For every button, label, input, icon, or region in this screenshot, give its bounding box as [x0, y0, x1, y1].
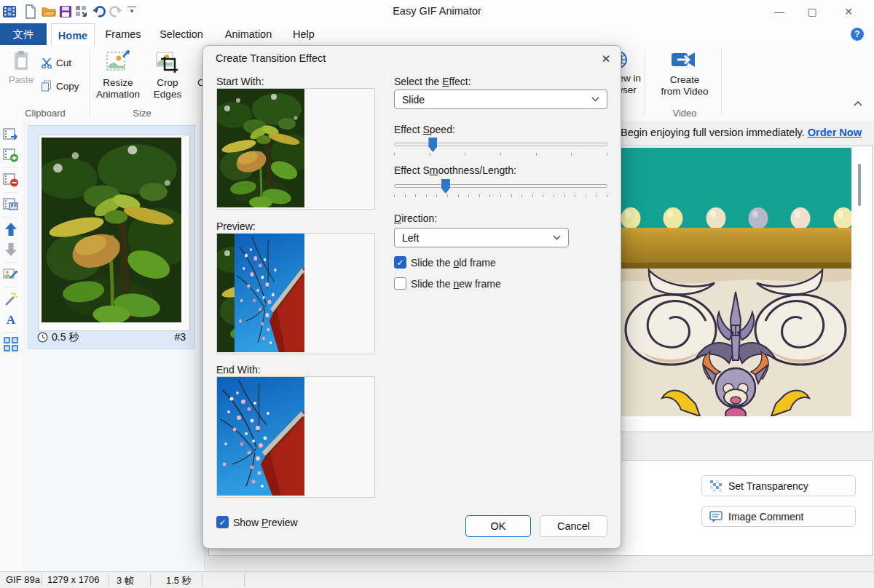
copy-icon [41, 80, 52, 92]
check-icon: ✓ [396, 258, 403, 268]
extract-frame-icon[interactable] [3, 127, 19, 143]
image-comment-button[interactable]: Image Comment [701, 506, 856, 527]
show-preview-label: Show Preview [233, 517, 298, 528]
preview-label: Preview: [216, 220, 256, 232]
help-icon[interactable]: ? [851, 28, 864, 41]
status-format: GIF 89a [6, 574, 40, 585]
ribbon-tab-row: 文件 Home Frames Selection Animation Help [0, 23, 874, 46]
collapse-ribbon-icon[interactable] [854, 100, 862, 106]
comment-icon [709, 510, 723, 523]
preview-image [620, 148, 851, 416]
maximize-button[interactable]: ▢ [800, 3, 824, 20]
tab-animation[interactable]: Animation [220, 23, 277, 45]
svg-text:A: A [7, 313, 16, 327]
frame-duration: 0.5 秒 [52, 331, 79, 344]
status-bar: GIF 89a 1279 x 1706 3 帧 1.5 秒 [0, 571, 874, 588]
create-transition-dialog: Create Transition Effect ✕ Start With: P… [202, 45, 621, 549]
effect-label: Select the Effect: [394, 76, 471, 87]
transparency-icon [709, 480, 723, 493]
tab-file[interactable]: 文件 [0, 23, 47, 45]
status-dimensions: 1279 x 1706 [47, 574, 100, 585]
window-title: Easy GIF Animator [0, 5, 874, 17]
effect-value: Slide [402, 94, 425, 106]
dialog-close-icon[interactable]: ✕ [597, 51, 615, 67]
slide-new-frame-checkbox[interactable] [394, 277, 406, 290]
ok-button[interactable]: OK [465, 515, 531, 537]
tab-selection[interactable]: Selection [154, 23, 208, 45]
cut-button[interactable]: Cut [41, 57, 71, 68]
end-with-label: End With: [216, 364, 261, 376]
tab-home[interactable]: Home [51, 23, 95, 47]
title-bar: ▾ Easy GIF Animator — ▢ ✕ [0, 0, 874, 23]
check-icon: ✓ [219, 517, 226, 528]
dialog-title: Create Transition Effect [216, 52, 326, 64]
effect-dropdown[interactable]: Slide [394, 90, 607, 109]
direction-label: Direction: [394, 212, 437, 224]
tab-help[interactable]: Help [286, 23, 322, 45]
frame-number: #3 [174, 331, 186, 343]
effect-smoothness-ticks [394, 194, 607, 197]
frame-thumbnail[interactable] [39, 135, 190, 331]
crop-edges-icon [155, 49, 180, 74]
delete-frame-icon[interactable] [3, 172, 19, 188]
video-camera-icon [671, 49, 698, 71]
tab-frames[interactable]: Frames [101, 23, 146, 45]
status-duration: 1.5 秒 [166, 574, 192, 587]
set-transparency-button[interactable]: Set Transparency [701, 475, 856, 496]
manage-frames-icon[interactable] [3, 336, 19, 352]
banner-text: Begin enjoying full version immediately. [621, 127, 805, 138]
video-group-label: Video [652, 108, 717, 119]
order-now-link[interactable]: Order Now [808, 127, 862, 138]
show-preview-checkbox[interactable]: ✓ [216, 516, 229, 528]
preview-thumbnail [216, 233, 375, 354]
copy-button[interactable]: Copy [41, 80, 79, 92]
status-frame-count: 3 帧 [117, 574, 134, 587]
minimize-button[interactable]: — [767, 3, 792, 20]
end-with-thumbnail [216, 376, 375, 498]
start-with-thumbnail [216, 88, 375, 210]
text-tool-icon[interactable]: A [3, 311, 19, 327]
scissors-icon [41, 57, 52, 68]
frame-tools-sidebar: A [0, 121, 23, 571]
chevron-down-icon [553, 235, 561, 240]
frame-list-item-selected[interactable]: 0.5 秒 #3 [28, 125, 195, 349]
size-group-label: Size [109, 108, 175, 119]
magic-wand-icon[interactable] [3, 291, 19, 307]
clipboard-group-label: Clipboard [7, 108, 83, 119]
close-button[interactable]: ✕ [836, 3, 861, 20]
start-with-label: Start With: [216, 76, 264, 87]
duplicate-frame-icon[interactable] [3, 196, 19, 212]
effect-speed-label: Effect Speed: [394, 124, 455, 135]
resize-animation-icon [106, 49, 130, 74]
vertical-scrollbar[interactable] [858, 164, 861, 206]
chevron-down-icon [591, 97, 599, 102]
slide-old-frame-checkbox[interactable]: ✓ [394, 256, 406, 269]
effect-smoothness-slider[interactable] [394, 184, 607, 188]
effect-speed-slider[interactable] [394, 143, 607, 146]
create-from-video-button[interactable]: Createfrom Video [656, 49, 714, 98]
add-frame-icon[interactable] [3, 147, 19, 163]
effect-smoothness-slider-thumb[interactable] [441, 179, 450, 194]
frame-list-panel: 0.5 秒 #3 [22, 121, 205, 571]
move-frame-up-icon[interactable] [3, 221, 19, 237]
crop-edges-button[interactable]: CropEdges [147, 49, 188, 100]
paste-button: Paste [4, 49, 38, 86]
edit-frame-icon[interactable] [3, 266, 19, 282]
clock-icon [37, 332, 48, 343]
slide-new-frame-label: Slide the new frame [411, 278, 501, 290]
direction-value: Left [402, 232, 419, 244]
resize-animation-button[interactable]: ResizeAnimation [95, 49, 141, 100]
direction-dropdown[interactable]: Left [394, 228, 569, 247]
effect-speed-ticks [394, 153, 607, 156]
cancel-button[interactable]: Cancel [540, 515, 607, 537]
slide-old-frame-label: Slide the old frame [411, 257, 496, 269]
move-frame-down-icon [3, 242, 19, 258]
effect-smoothness-label: Effect Smoothness/Length: [394, 164, 516, 176]
paste-icon [10, 49, 32, 71]
effect-speed-slider-thumb[interactable] [428, 138, 437, 152]
